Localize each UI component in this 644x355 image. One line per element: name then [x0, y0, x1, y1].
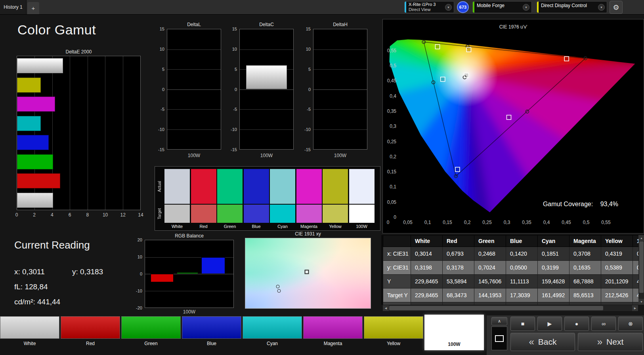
pattern-source-dropdown[interactable]: Mobile Forge ▼ [472, 1, 532, 13]
y-tick-label: 10 [153, 47, 164, 51]
scroll-right-icon[interactable]: ▶ [632, 305, 638, 311]
scroll-down-icon[interactable]: ▼ [638, 299, 644, 305]
swatch-target-yellow [323, 205, 348, 223]
next-button[interactable]: » Next [578, 333, 643, 351]
swatch-target-red [191, 205, 216, 223]
pattern-window-button[interactable] [491, 327, 507, 350]
y-tick-label: 0,25 [383, 139, 396, 144]
column-header-red: Red [443, 235, 474, 247]
pattern-tile-cyan[interactable] [243, 316, 302, 339]
cie-1931-title: CIE 1931 xy [245, 231, 371, 237]
swatch-label: Magenta [296, 224, 322, 229]
target-point-cyan [441, 77, 445, 82]
display-control-dropdown[interactable]: Direct Display Control ▼ [537, 1, 607, 13]
record-button[interactable]: ● [564, 317, 589, 331]
cie-1931-chart [245, 238, 371, 309]
reading-cdm2: cd/m²: 441,44 [14, 298, 60, 306]
scrollbar-thumb[interactable] [389, 306, 603, 310]
table-row-y[interactable]: Y229,846553,5894145,760611,1113159,46286… [383, 275, 640, 289]
pattern-tile-red[interactable] [61, 316, 120, 339]
delta-e-bar-magenta [17, 97, 55, 112]
actual-target-swatch-panel: ActualTargetWhiteRedGreenBlueCyanMagenta… [155, 166, 380, 231]
scroll-left-icon[interactable]: ◀ [383, 305, 389, 311]
column-header-blue: Blue [506, 235, 538, 247]
table-vertical-scrollbar[interactable]: ▲ ▼ [638, 235, 644, 305]
table-row-target-y[interactable]: Target Y229,846568,3473144,195317,303916… [383, 289, 640, 302]
column-header-magenta: Magenta [569, 235, 601, 247]
grid-line [145, 291, 233, 291]
reading-x: x: 0,3011 [14, 268, 45, 276]
y-tick-label: 0,35 [383, 108, 396, 114]
x-tick-label: 0,35 [522, 220, 531, 225]
table-cell: 212,5426 [601, 289, 633, 302]
control-panel: ∧ ■ ▶ ● ∞ ⊗ « Back » Next [487, 315, 644, 355]
pattern-tile-label: Yellow [364, 341, 423, 346]
column-header-blank [383, 235, 411, 247]
y-tick-label: -10 [225, 127, 237, 132]
row-label: ΔE 2000 [383, 302, 411, 305]
table-row--e-2000[interactable]: ΔE 20004,30965,33014,32533,07533,03454,0… [383, 302, 640, 305]
play-button[interactable]: ▶ [537, 317, 562, 331]
add-history-tab-button[interactable]: + [27, 2, 39, 14]
x-tick-label: 2 [33, 212, 36, 218]
target-point-green [436, 45, 440, 49]
rgb-balance-bar-red [151, 274, 174, 282]
table-cell: 85,6513 [569, 289, 601, 302]
pattern-tile-blue[interactable] [182, 316, 241, 339]
swatch-actual-blue [244, 169, 269, 204]
back-label: Back [538, 337, 557, 347]
table-row-y-cie31[interactable]: y: CIE310,31980,31780,70240,05000,31990,… [383, 261, 640, 275]
swatch-target-green [217, 205, 243, 223]
disable-button[interactable]: ⊗ [618, 317, 643, 331]
tab-history-1[interactable]: History 1 [0, 0, 27, 14]
grid-line [313, 129, 367, 130]
pattern-strip: WhiteRedGreenBlueCyanMagentaYellow100W [0, 315, 487, 355]
meter-label: X-Rite i1Pro 3 Direct View [406, 2, 445, 12]
chevron-down-icon[interactable]: ▼ [445, 4, 452, 11]
swatch-actual-100w [349, 169, 375, 204]
stop-button[interactable]: ■ [510, 317, 535, 331]
column-header-green: Green [474, 235, 506, 247]
pattern-tile-magenta[interactable] [303, 316, 363, 339]
gear-icon: ⚙ [613, 3, 619, 12]
table-cell: 229,8465 [411, 275, 443, 289]
table-cell: 4,3253 [474, 302, 506, 305]
measurement-table-wrap: WhiteRedGreenBlueCyanMagentaYellow100Wx:… [381, 235, 640, 305]
grid-line [313, 109, 367, 110]
table-cell: 0,1851 [538, 247, 569, 261]
y-tick-label: 0,1 [383, 184, 396, 190]
deltah-chart-title: DeltaH [303, 22, 377, 27]
pattern-tile-green[interactable] [121, 316, 181, 339]
scrollbar-thumb[interactable] [639, 241, 644, 293]
chevron-down-icon[interactable]: ▼ [523, 4, 529, 11]
reading-fl: fL: 128,84 [14, 283, 48, 291]
chevron-down-icon[interactable]: ▼ [598, 4, 605, 11]
swatch-target-cyan [270, 205, 295, 223]
table-cell: 17,3039 [506, 289, 538, 302]
x-tick-label: 0,5 [583, 220, 590, 225]
x-tick-label: 0,05 [403, 220, 412, 225]
target-point-yellow [466, 47, 471, 52]
back-button[interactable]: « Back [510, 333, 575, 351]
target-point-magenta [507, 115, 511, 120]
pattern-tile-white[interactable] [0, 316, 59, 339]
gamut-coverage-value: 93,4% [600, 201, 618, 207]
continuous-read-button[interactable]: ∞ [591, 317, 616, 331]
meter-dropdown[interactable]: X-Rite i1Pro 3 Direct View ▼ [404, 1, 454, 13]
table-cell: 229,8465 [411, 289, 443, 302]
y-tick-label: 5 [225, 67, 237, 72]
table-cell: 0,1635 [569, 261, 601, 275]
table-row-x-cie31[interactable]: x: CIE310,30140,67930,24680,14200,18510,… [383, 247, 640, 261]
x-tick-label: 6 [69, 212, 71, 218]
table-horizontal-scrollbar[interactable]: ◀ ▶ [383, 305, 638, 311]
next-chevron-icon: » [597, 337, 602, 347]
pattern-tile-yellow[interactable] [364, 316, 423, 339]
scroll-up-icon[interactable]: ▲ [638, 235, 644, 241]
settings-button[interactable]: ⚙ [610, 1, 623, 14]
table-cell: 0,7024 [474, 261, 506, 275]
table-cell: 0,3178 [443, 261, 474, 275]
y-tick-label: 0,2 [383, 154, 396, 159]
table-cell: 145,7606 [474, 275, 506, 289]
collapse-controls-button[interactable]: ∧ [491, 317, 507, 325]
y-tick-label: 0 [153, 87, 164, 92]
